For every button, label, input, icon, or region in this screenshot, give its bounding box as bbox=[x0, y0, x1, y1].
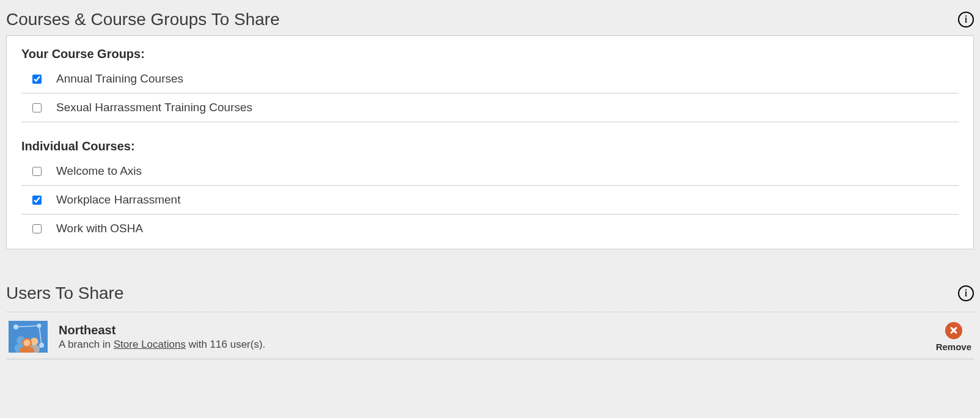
individual-course-checkbox[interactable] bbox=[32, 224, 42, 233]
courses-title: Courses & Course Groups To Share bbox=[6, 10, 280, 29]
course-group-label: Sexual Harrassment Training Courses bbox=[56, 101, 252, 114]
info-icon[interactable]: i bbox=[958, 12, 974, 28]
user-info: Northeast A branch in Store Locations wi… bbox=[59, 323, 936, 351]
courses-panel: Your Course Groups: Annual Training Cour… bbox=[6, 35, 974, 249]
remove-button[interactable]: Remove bbox=[936, 322, 971, 352]
course-group-row[interactable]: Annual Training Courses bbox=[21, 65, 959, 94]
user-desc-prefix: A branch in bbox=[59, 339, 114, 350]
svg-point-12 bbox=[24, 340, 31, 346]
course-groups-heading: Your Course Groups: bbox=[21, 47, 959, 61]
user-desc-suffix: with 116 user(s). bbox=[186, 339, 265, 350]
info-icon[interactable]: i bbox=[958, 285, 974, 301]
individual-courses-heading: Individual Courses: bbox=[21, 139, 959, 153]
user-name: Northeast bbox=[59, 323, 936, 337]
user-desc-link[interactable]: Store Locations bbox=[114, 339, 186, 350]
users-title: Users To Share bbox=[6, 284, 123, 303]
users-section-header: Users To Share i bbox=[6, 280, 974, 309]
courses-section-header: Courses & Course Groups To Share i bbox=[6, 6, 974, 35]
course-group-label: Annual Training Courses bbox=[56, 72, 183, 86]
individual-course-checkbox[interactable] bbox=[32, 196, 42, 205]
users-section: Users To Share i Northeast A branch in S… bbox=[6, 280, 974, 359]
user-description: A branch in Store Locations with 116 use… bbox=[59, 339, 936, 351]
close-icon bbox=[945, 322, 962, 339]
course-group-checkbox[interactable] bbox=[32, 103, 42, 112]
individual-course-label: Welcome to Axis bbox=[56, 164, 142, 178]
individual-course-row[interactable]: Work with OSHA bbox=[21, 215, 959, 243]
individual-course-label: Workplace Harrassment bbox=[56, 193, 180, 207]
individual-course-label: Work with OSHA bbox=[56, 222, 143, 235]
individual-course-row[interactable]: Welcome to Axis bbox=[21, 157, 959, 186]
individual-course-row[interactable]: Workplace Harrassment bbox=[21, 186, 959, 215]
user-row: Northeast A branch in Store Locations wi… bbox=[6, 312, 974, 359]
individual-course-checkbox[interactable] bbox=[32, 167, 42, 176]
svg-rect-11 bbox=[20, 347, 34, 353]
remove-label: Remove bbox=[936, 342, 971, 352]
users-group-icon bbox=[9, 321, 48, 353]
course-group-checkbox[interactable] bbox=[32, 75, 42, 84]
course-group-row[interactable]: Sexual Harrassment Training Courses bbox=[21, 94, 959, 122]
